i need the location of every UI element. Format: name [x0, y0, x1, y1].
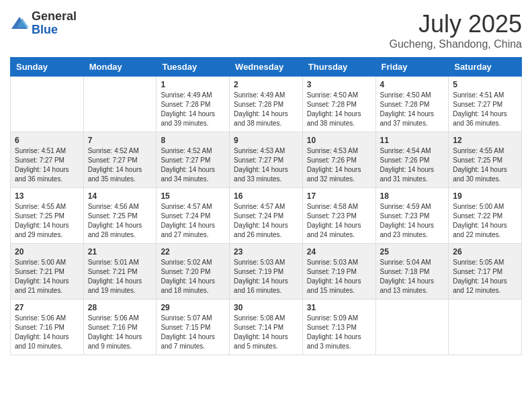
calendar-cell: 25Sunrise: 5:04 AM Sunset: 7:18 PM Dayli… [375, 244, 449, 300]
column-header-thursday: Thursday [302, 58, 375, 77]
day-number: 5 [453, 80, 517, 89]
day-number: 16 [234, 191, 298, 201]
day-number: 27 [15, 303, 79, 312]
day-info: Sunrise: 4:57 AM Sunset: 7:24 PM Dayligh… [234, 202, 298, 240]
calendar-table: SundayMondayTuesdayWednesdayThursdayFrid… [10, 57, 522, 355]
day-info: Sunrise: 5:01 AM Sunset: 7:21 PM Dayligh… [88, 258, 152, 295]
day-info: Sunrise: 4:54 AM Sunset: 7:26 PM Dayligh… [380, 146, 445, 184]
day-info: Sunrise: 4:50 AM Sunset: 7:28 PM Dayligh… [380, 91, 445, 128]
calendar-cell: 12Sunrise: 4:55 AM Sunset: 7:25 PM Dayli… [449, 132, 522, 188]
calendar-week-row: 13Sunrise: 4:55 AM Sunset: 7:25 PM Dayli… [11, 188, 522, 244]
day-info: Sunrise: 4:55 AM Sunset: 7:25 PM Dayligh… [15, 202, 79, 240]
calendar-cell: 20Sunrise: 5:00 AM Sunset: 7:21 PM Dayli… [11, 244, 84, 300]
day-info: Sunrise: 5:00 AM Sunset: 7:22 PM Dayligh… [453, 202, 517, 240]
day-number: 6 [15, 136, 79, 145]
day-number: 1 [161, 80, 225, 89]
calendar-cell [375, 300, 449, 355]
day-number: 21 [88, 247, 152, 257]
day-info: Sunrise: 5:02 AM Sunset: 7:20 PM Dayligh… [161, 258, 225, 295]
day-number: 15 [161, 191, 225, 201]
calendar-cell: 30Sunrise: 5:08 AM Sunset: 7:14 PM Dayli… [230, 300, 303, 355]
calendar-cell: 18Sunrise: 4:59 AM Sunset: 7:23 PM Dayli… [375, 188, 449, 244]
calendar-cell: 9Sunrise: 4:53 AM Sunset: 7:27 PM Daylig… [230, 132, 303, 188]
day-number: 9 [234, 136, 298, 145]
day-number: 30 [234, 303, 298, 312]
column-header-sunday: Sunday [11, 58, 84, 77]
day-info: Sunrise: 4:52 AM Sunset: 7:27 PM Dayligh… [88, 146, 152, 184]
day-info: Sunrise: 4:55 AM Sunset: 7:25 PM Dayligh… [453, 146, 517, 184]
logo-icon [10, 14, 29, 33]
day-info: Sunrise: 5:05 AM Sunset: 7:17 PM Dayligh… [453, 258, 517, 295]
calendar-cell [449, 300, 522, 355]
calendar-cell: 16Sunrise: 4:57 AM Sunset: 7:24 PM Dayli… [230, 188, 303, 244]
day-info: Sunrise: 5:06 AM Sunset: 7:16 PM Dayligh… [15, 314, 79, 351]
day-info: Sunrise: 5:00 AM Sunset: 7:21 PM Dayligh… [15, 258, 79, 295]
day-info: Sunrise: 5:07 AM Sunset: 7:15 PM Dayligh… [161, 314, 225, 351]
day-number: 4 [380, 80, 445, 89]
calendar-header: SundayMondayTuesdayWednesdayThursdayFrid… [11, 58, 522, 77]
calendar-cell: 19Sunrise: 5:00 AM Sunset: 7:22 PM Dayli… [449, 188, 522, 244]
day-info: Sunrise: 4:49 AM Sunset: 7:28 PM Dayligh… [234, 91, 298, 128]
header-row: SundayMondayTuesdayWednesdayThursdayFrid… [11, 58, 522, 77]
calendar-cell: 11Sunrise: 4:54 AM Sunset: 7:26 PM Dayli… [375, 132, 449, 188]
day-info: Sunrise: 4:52 AM Sunset: 7:27 PM Dayligh… [161, 146, 225, 184]
calendar-week-row: 1Sunrise: 4:49 AM Sunset: 7:28 PM Daylig… [11, 77, 522, 132]
column-header-friday: Friday [375, 58, 449, 77]
column-header-monday: Monday [83, 58, 157, 77]
calendar-cell: 1Sunrise: 4:49 AM Sunset: 7:28 PM Daylig… [157, 77, 230, 132]
calendar-cell: 5Sunrise: 4:51 AM Sunset: 7:27 PM Daylig… [449, 77, 522, 132]
day-number: 10 [307, 136, 371, 145]
day-number: 17 [307, 191, 371, 201]
calendar-cell: 4Sunrise: 4:50 AM Sunset: 7:28 PM Daylig… [375, 77, 449, 132]
calendar-cell: 17Sunrise: 4:58 AM Sunset: 7:23 PM Dayli… [302, 188, 375, 244]
day-number: 25 [380, 247, 445, 257]
day-number: 12 [453, 136, 517, 145]
day-number: 11 [380, 136, 445, 145]
calendar-cell: 7Sunrise: 4:52 AM Sunset: 7:27 PM Daylig… [83, 132, 157, 188]
calendar-week-row: 6Sunrise: 4:51 AM Sunset: 7:27 PM Daylig… [11, 132, 522, 188]
calendar-cell: 15Sunrise: 4:57 AM Sunset: 7:24 PM Dayli… [157, 188, 230, 244]
day-number: 20 [15, 247, 79, 257]
calendar-cell: 26Sunrise: 5:05 AM Sunset: 7:17 PM Dayli… [449, 244, 522, 300]
day-number: 31 [307, 303, 371, 312]
day-info: Sunrise: 5:06 AM Sunset: 7:16 PM Dayligh… [88, 314, 152, 351]
calendar-cell: 10Sunrise: 4:53 AM Sunset: 7:26 PM Dayli… [302, 132, 375, 188]
day-info: Sunrise: 4:50 AM Sunset: 7:28 PM Dayligh… [307, 91, 371, 128]
day-number: 14 [88, 191, 152, 201]
day-info: Sunrise: 5:09 AM Sunset: 7:13 PM Dayligh… [307, 314, 371, 351]
logo-text: General Blue [32, 10, 77, 37]
column-header-tuesday: Tuesday [157, 58, 230, 77]
calendar-cell: 2Sunrise: 4:49 AM Sunset: 7:28 PM Daylig… [230, 77, 303, 132]
column-header-wednesday: Wednesday [230, 58, 303, 77]
calendar-cell: 28Sunrise: 5:06 AM Sunset: 7:16 PM Dayli… [83, 300, 157, 355]
day-info: Sunrise: 5:04 AM Sunset: 7:18 PM Dayligh… [380, 258, 445, 295]
calendar-cell: 22Sunrise: 5:02 AM Sunset: 7:20 PM Dayli… [157, 244, 230, 300]
calendar-week-row: 20Sunrise: 5:00 AM Sunset: 7:21 PM Dayli… [11, 244, 522, 300]
day-number: 8 [161, 136, 225, 145]
day-number: 2 [234, 80, 298, 89]
calendar-cell: 29Sunrise: 5:07 AM Sunset: 7:15 PM Dayli… [157, 300, 230, 355]
day-number: 18 [380, 191, 445, 201]
day-info: Sunrise: 4:59 AM Sunset: 7:23 PM Dayligh… [380, 202, 445, 240]
logo-general: General [32, 10, 77, 24]
day-info: Sunrise: 4:51 AM Sunset: 7:27 PM Dayligh… [15, 146, 79, 184]
calendar-cell: 24Sunrise: 5:03 AM Sunset: 7:19 PM Dayli… [302, 244, 375, 300]
day-number: 29 [161, 303, 225, 312]
calendar-cell: 14Sunrise: 4:56 AM Sunset: 7:25 PM Dayli… [83, 188, 157, 244]
day-info: Sunrise: 4:51 AM Sunset: 7:27 PM Dayligh… [453, 91, 517, 128]
day-info: Sunrise: 4:53 AM Sunset: 7:27 PM Dayligh… [234, 146, 298, 184]
day-info: Sunrise: 4:57 AM Sunset: 7:24 PM Dayligh… [161, 202, 225, 240]
day-info: Sunrise: 5:08 AM Sunset: 7:14 PM Dayligh… [234, 314, 298, 351]
month-year-title: July 2025 [390, 10, 522, 38]
day-info: Sunrise: 4:58 AM Sunset: 7:23 PM Dayligh… [307, 202, 371, 240]
calendar-body: 1Sunrise: 4:49 AM Sunset: 7:28 PM Daylig… [11, 77, 522, 355]
calendar-cell [83, 77, 157, 132]
calendar-cell: 8Sunrise: 4:52 AM Sunset: 7:27 PM Daylig… [157, 132, 230, 188]
day-number: 22 [161, 247, 225, 257]
logo-blue: Blue [32, 24, 77, 37]
day-info: Sunrise: 5:03 AM Sunset: 7:19 PM Dayligh… [234, 258, 298, 295]
calendar-cell: 13Sunrise: 4:55 AM Sunset: 7:25 PM Dayli… [11, 188, 84, 244]
calendar-week-row: 27Sunrise: 5:06 AM Sunset: 7:16 PM Dayli… [11, 300, 522, 355]
page-header: General Blue July 2025 Gucheng, Shandong… [10, 10, 522, 50]
location-subtitle: Gucheng, Shandong, China [390, 38, 522, 50]
